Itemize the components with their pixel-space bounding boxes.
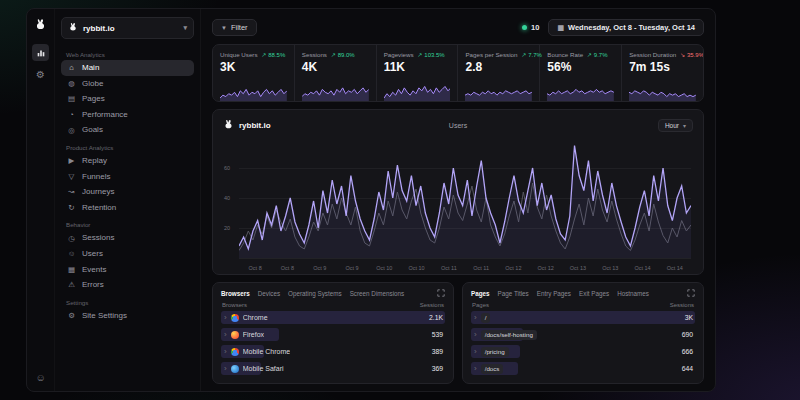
pages-icon: ▤ — [67, 94, 76, 103]
stat-pageviews[interactable]: Pageviews ↗ 103.5% 11K — [377, 45, 459, 101]
live-visitors-badge[interactable]: 10 — [522, 23, 539, 32]
expand-icon[interactable] — [687, 289, 695, 297]
page-path-chip: /docs — [481, 364, 504, 374]
events-icon: ▦ — [67, 265, 76, 274]
sidebar-item-label: Journeys — [82, 187, 114, 197]
table-row[interactable]: › / 3K — [471, 310, 695, 325]
table-row[interactable]: › Mobile Safari 369 — [221, 361, 445, 376]
stat-bounce-rate[interactable]: Bounce Rate ↗ 9.7% 56% — [540, 45, 622, 101]
sidebar-item-errors[interactable]: ⚠ Errors — [61, 277, 194, 293]
main-content: ▼ Filter 10 ▦ Wednesday, Oct 8 - Tuesday… — [201, 9, 715, 391]
date-range-label: Wednesday, Oct 8 - Tuesday, Oct 14 — [568, 23, 695, 32]
row-bar — [471, 311, 695, 324]
sidebar-item-retention[interactable]: ↻ Retention — [61, 200, 194, 216]
chevron-down-icon: ▾ — [683, 122, 686, 129]
page-path-chip: / — [481, 313, 491, 323]
tab-entry-pages[interactable]: Entry Pages — [537, 290, 571, 297]
gear-icon[interactable]: ⚙ — [36, 70, 45, 80]
app-window: ⚙ ☺ rybbit.io ▾ Web Analytics ⌂ Main ◍ G… — [26, 8, 716, 392]
chevron-right-icon: › — [474, 347, 477, 356]
sidebar-item-label: Events — [82, 265, 106, 275]
trend-arrow-icon: ↗ — [331, 52, 336, 58]
expand-icon[interactable] — [437, 289, 445, 297]
sidebar-item-main[interactable]: ⌂ Main — [61, 60, 194, 76]
interval-select[interactable]: Hour ▾ — [658, 119, 693, 132]
site-logo-icon — [223, 119, 234, 132]
sidebar-item-performance[interactable]: ◔ Performance — [61, 107, 194, 123]
home-icon: ⌂ — [67, 63, 76, 72]
stat-session-duration[interactable]: Session Duration ↘ 35.9% 7m 15s — [622, 45, 703, 101]
chevron-right-icon: › — [224, 330, 227, 339]
settings-icon: ⚙ — [67, 311, 76, 320]
stat-value: 4K — [302, 60, 369, 74]
trend-arrow-icon: ↗ — [587, 52, 592, 58]
tab-page-titles[interactable]: Page Titles — [498, 290, 529, 297]
gridline — [239, 198, 691, 199]
stat-value: 7m 15s — [629, 60, 696, 74]
y-axis-tick: 40 — [224, 195, 230, 201]
chrome-icon — [231, 348, 239, 356]
sidebar-item-users[interactable]: ☺ Users — [61, 246, 194, 262]
stat-sessions[interactable]: Sessions ↗ 89.0% 4K — [295, 45, 377, 101]
tab-exit-pages[interactable]: Exit Pages — [579, 290, 609, 297]
sidebar-item-replay[interactable]: ▶ Replay — [61, 153, 194, 169]
account-icon[interactable]: ☺ — [35, 372, 45, 383]
sidebar-item-events[interactable]: ▦ Events — [61, 262, 194, 278]
table-row[interactable]: › /docs/self-hosting 690 — [471, 327, 695, 342]
users-line-chart: 60 40 20 Oct 8Oct 8Oct 9Oct 9Oct 10Oct 1… — [223, 136, 693, 271]
sidebar-item-journeys[interactable]: ↝ Journeys — [61, 184, 194, 200]
stat-change: ↘ 35.9% — [680, 51, 704, 58]
stats-summary-card: Unique Users ↗ 88.5% 3K Sessions ↗ 89.0%… — [212, 44, 704, 102]
sidebar-item-label: Retention — [82, 203, 116, 213]
tab-operating-systems[interactable]: Operating Systems — [288, 290, 342, 297]
users-chart-card: rybbit.io Users Hour ▾ 60 40 20 — [212, 109, 704, 275]
funnels-icon: ▽ — [67, 172, 76, 181]
analytics-app-icon[interactable] — [32, 44, 49, 61]
sparkline-chart — [629, 85, 696, 101]
sidebar-item-label: Globe — [82, 79, 103, 89]
users-icon: ☺ — [67, 249, 76, 258]
chart-site-name: rybbit.io — [239, 121, 271, 130]
trend-arrow-icon: ↗ — [418, 52, 423, 58]
table-row[interactable]: › Firefox 539 — [221, 327, 445, 342]
tab-browsers[interactable]: Browsers — [221, 290, 250, 297]
sidebar-item-pages[interactable]: ▤ Pages — [61, 91, 194, 107]
browsers-card-tabs: Browsers Devices Operating Systems Scree… — [221, 289, 445, 297]
sidebar-item-label: Goals — [82, 125, 103, 135]
stat-change: ↗ 88.5% — [262, 51, 286, 58]
table-row[interactable]: › Mobile Chrome 389 — [221, 344, 445, 359]
stat-pages-per-session[interactable]: Pages per Session ↗ 7.7% 2.8 — [458, 45, 540, 101]
table-row[interactable]: › Chrome 2.1K — [221, 310, 445, 325]
table-row[interactable]: › /docs 644 — [471, 361, 695, 376]
stat-label: Bounce Rate — [547, 51, 583, 58]
stat-unique-users[interactable]: Unique Users ↗ 88.5% 3K — [213, 45, 295, 101]
sidebar-item-funnels[interactable]: ▽ Funnels — [61, 169, 194, 185]
date-range-button[interactable]: ▦ Wednesday, Oct 8 - Tuesday, Oct 14 — [548, 19, 704, 36]
filter-button[interactable]: ▼ Filter — [212, 19, 257, 36]
row-label: Mobile Chrome — [243, 348, 290, 355]
sidebar-item-globe[interactable]: ◍ Globe — [61, 76, 194, 92]
browsers-card: Browsers Devices Operating Systems Scree… — [212, 282, 454, 384]
tab-screen-dimensions[interactable]: Screen Dimensions — [350, 290, 405, 297]
row-value: 389 — [432, 348, 445, 355]
icon-rail: ⚙ ☺ — [27, 9, 55, 391]
chevron-right-icon: › — [224, 347, 227, 356]
column-headers: PagesSessions — [472, 302, 694, 308]
sidebar-item-site-settings[interactable]: ⚙ Site Settings — [61, 308, 194, 324]
tab-devices[interactable]: Devices — [258, 290, 280, 297]
filter-icon: ▼ — [221, 25, 227, 31]
x-axis-labels: Oct 8Oct 8Oct 9Oct 9Oct 10Oct 10Oct 11Oc… — [239, 265, 691, 271]
calendar-icon: ▦ — [557, 24, 564, 32]
sparkline-chart — [220, 85, 287, 101]
sidebar-item-label: Pages — [82, 94, 105, 104]
site-selector[interactable]: rybbit.io ▾ — [61, 17, 194, 39]
sidebar-item-label: Users — [82, 249, 103, 259]
tab-hostnames[interactable]: Hostnames — [617, 290, 649, 297]
tab-pages[interactable]: Pages — [471, 290, 490, 297]
sparkline-chart — [547, 85, 614, 101]
goals-icon: ◎ — [67, 126, 76, 135]
table-row[interactable]: › /pricing 666 — [471, 344, 695, 359]
sidebar-item-sessions[interactable]: ◷ Sessions — [61, 230, 194, 246]
y-axis-tick: 60 — [224, 165, 230, 171]
sidebar-item-goals[interactable]: ◎ Goals — [61, 122, 194, 138]
